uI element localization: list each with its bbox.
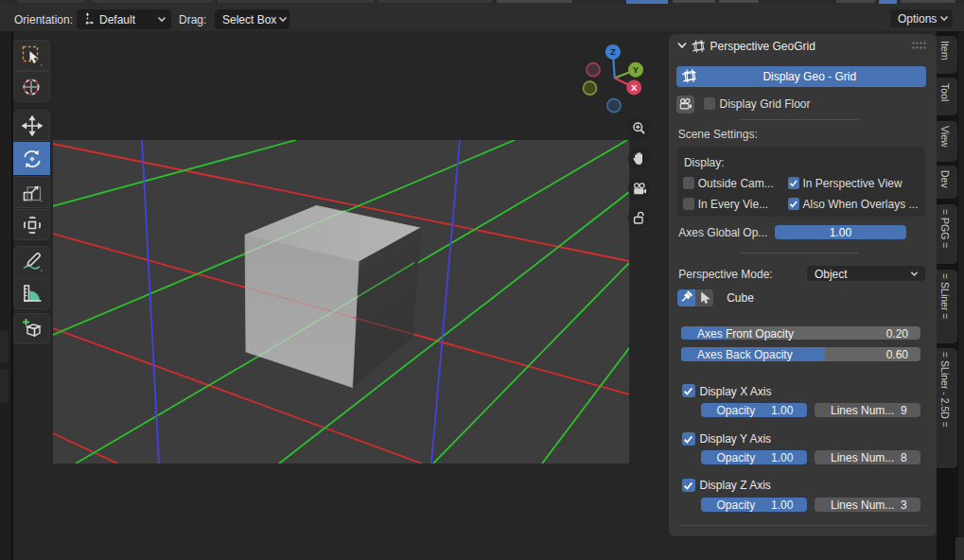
svg-text:Y: Y (633, 64, 640, 75)
svg-text:Z: Z (610, 46, 616, 57)
svg-text:X: X (631, 82, 638, 93)
